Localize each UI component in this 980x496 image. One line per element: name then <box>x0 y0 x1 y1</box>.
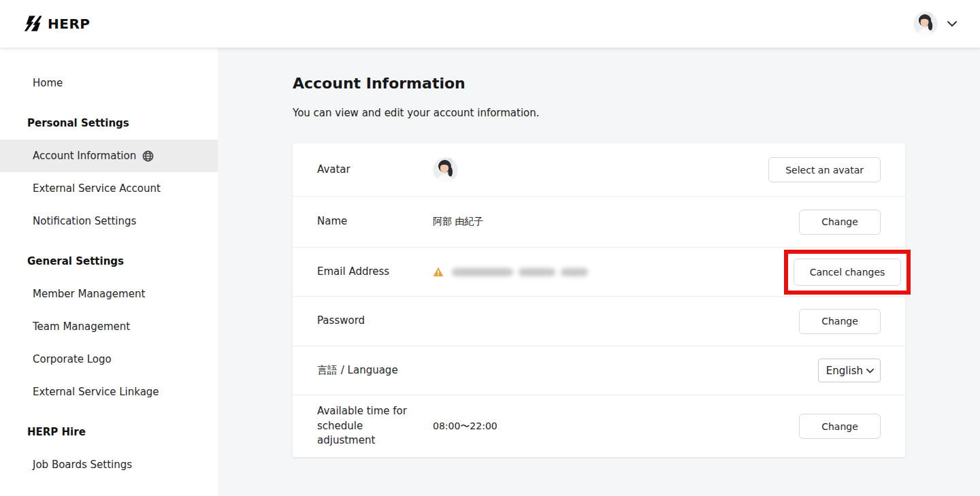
sidebar-section-label: General Settings <box>27 255 124 267</box>
account-info-card: Avatar <box>293 144 905 457</box>
chevron-down-icon <box>947 20 957 27</box>
sidebar-item-home[interactable]: Home <box>0 67 218 99</box>
sidebar-section-herp-hire: HERP Hire <box>0 416 218 448</box>
sidebar-item-external-service-linkage[interactable]: External Service Linkage <box>0 376 218 408</box>
sidebar-item-label: Team Management <box>33 320 130 333</box>
name-value: 阿部 由紀子 <box>433 216 799 228</box>
available-time-value: 08:00〜22:00 <box>433 420 799 433</box>
page-title: Account Information <box>293 75 980 92</box>
row-name: Name 阿部 由紀子 Change <box>293 196 905 247</box>
language-select-value: English <box>826 365 863 377</box>
sidebar-item-member-management[interactable]: Member Management <box>0 278 218 310</box>
herp-logo-text: HERP <box>48 16 90 32</box>
sidebar-item-label: Member Management <box>33 288 145 300</box>
sidebar-item-label: Job Boards Settings <box>33 459 132 471</box>
sidebar-item-job-boards-settings[interactable]: Job Boards Settings <box>0 448 218 481</box>
sidebar-item-external-service-account[interactable]: External Service Account <box>0 172 218 205</box>
cancel-changes-button[interactable]: Cancel changes <box>794 259 901 286</box>
sidebar: Home Personal Settings Account Informati… <box>0 48 218 496</box>
globe-icon <box>142 150 154 162</box>
main-content: Account Information You can view and edi… <box>218 48 980 496</box>
row-password: Password Change <box>293 296 905 346</box>
top-header: HERP <box>0 0 980 48</box>
herp-logo: HERP <box>23 15 90 33</box>
sidebar-item-team-management[interactable]: Team Management <box>0 310 218 343</box>
sidebar-section-label: HERP Hire <box>27 426 86 438</box>
language-select[interactable]: English <box>818 359 881 382</box>
sidebar-section-label: Personal Settings <box>27 117 129 129</box>
password-label: Password <box>317 314 433 329</box>
row-available-time: Available time for schedule adjustment 0… <box>293 395 905 457</box>
annotation-highlight-box: Cancel changes <box>784 250 911 295</box>
row-avatar: Avatar <box>293 144 905 196</box>
page-subtitle: You can view and edit your account infor… <box>293 107 980 119</box>
sidebar-item-label: Notification Settings <box>33 215 136 227</box>
user-menu[interactable] <box>913 12 957 36</box>
select-avatar-button[interactable]: Select an avatar <box>768 157 881 182</box>
sidebar-item-corporate-logo[interactable]: Corporate Logo <box>0 343 218 376</box>
sidebar-item-account-information[interactable]: Account Information <box>0 139 218 172</box>
herp-logo-icon <box>23 15 42 33</box>
available-time-label: Available time for schedule adjustment <box>317 404 433 448</box>
avatar-label: Avatar <box>317 163 433 178</box>
sidebar-item-label: External Service Linkage <box>33 386 159 398</box>
sidebar-item-notification-settings[interactable]: Notification Settings <box>0 205 218 237</box>
row-email: Email Address Cancel changes <box>293 247 905 296</box>
sidebar-section-general-settings: General Settings <box>0 245 218 278</box>
name-label: Name <box>317 214 433 229</box>
change-available-time-button[interactable]: Change <box>799 414 881 439</box>
row-language: 言語 / Language English <box>293 346 905 395</box>
sidebar-item-label: External Service Account <box>33 182 161 195</box>
sidebar-item-label: Account Information <box>33 150 136 162</box>
sidebar-item-label: Home <box>33 77 63 89</box>
warning-icon <box>433 267 444 277</box>
language-label: 言語 / Language <box>317 363 433 378</box>
change-name-button[interactable]: Change <box>799 210 881 235</box>
change-password-button[interactable]: Change <box>799 309 881 334</box>
email-label: Email Address <box>317 265 433 280</box>
sidebar-section-personal-settings: Personal Settings <box>0 107 218 139</box>
chevron-down-icon <box>866 368 874 374</box>
redacted-email-value <box>452 268 588 276</box>
sidebar-item-label: Corporate Logo <box>33 353 112 365</box>
user-avatar[interactable] <box>913 12 938 36</box>
account-avatar-image <box>433 157 458 182</box>
